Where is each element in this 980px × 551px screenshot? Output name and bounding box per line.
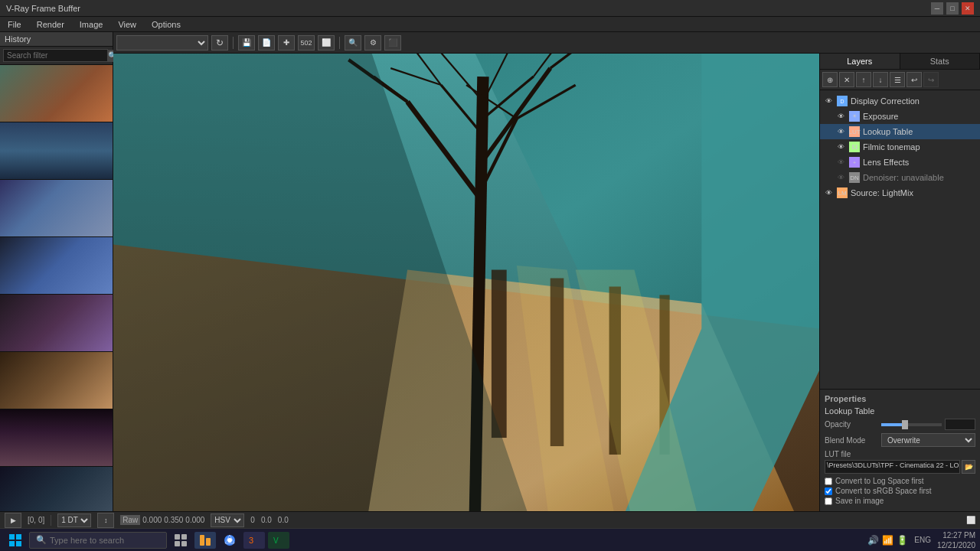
tab-stats[interactable]: Stats — [900, 54, 981, 69]
thumbnail-4[interactable] — [0, 237, 113, 295]
opacity-label: Opacity — [825, 420, 878, 429]
add-layer-button[interactable]: ⊕ — [822, 72, 838, 87]
layer-denoiser[interactable]: 👁 DN Denoiser: unavailable — [820, 170, 980, 185]
tab-layers[interactable]: Layers — [820, 54, 900, 69]
thumbnail-8[interactable] — [0, 467, 113, 511]
opacity-slider-container: 0.395 — [881, 419, 975, 430]
app-window: V-Ray Frame Buffer ─ □ ✕ File Render Ima… — [0, 0, 980, 551]
tray-network-icon: 🔊 — [867, 535, 879, 546]
region-button[interactable]: ⬜ — [318, 35, 335, 51]
svg-rect-36 — [200, 535, 204, 546]
maximize-button[interactable]: □ — [946, 2, 959, 15]
taskbar-app-explorer[interactable] — [194, 532, 216, 549]
v-value: 0.0 — [278, 516, 289, 524]
eye-icon[interactable]: 👁 — [835, 111, 846, 122]
thumbnail-2[interactable] — [0, 122, 113, 180]
coords-label: [0, 0] — [28, 516, 44, 524]
taskbar-app-3dsmax[interactable]: 3 — [243, 532, 265, 549]
exposure-button[interactable]: 502 — [298, 35, 315, 51]
close-button[interactable]: ✕ — [962, 2, 974, 15]
layer-item-icon: + — [849, 157, 860, 168]
layer-source-lightmix[interactable]: 👁 LM Source: LightMix — [820, 185, 980, 201]
move-up-button[interactable]: ↑ — [856, 72, 871, 87]
tool-btn-2[interactable]: ⚙ — [364, 35, 381, 51]
remove-layer-button[interactable]: ✕ — [839, 72, 854, 87]
opacity-slider[interactable] — [881, 423, 942, 426]
log-space-checkbox[interactable] — [825, 478, 832, 485]
thumbnail-3[interactable] — [0, 180, 113, 237]
tool-btn-3[interactable]: ⬛ — [384, 35, 401, 51]
move-down-button[interactable]: ↓ — [873, 72, 888, 87]
layer-filmic-tonemap[interactable]: 👁 🎞 Filmic tonemap — [820, 139, 980, 155]
minimize-button[interactable]: ─ — [931, 2, 943, 15]
windows-start-button[interactable] — [5, 532, 26, 549]
thumbnail-7[interactable] — [0, 409, 113, 467]
layer-item-icon: LM — [837, 187, 848, 198]
taskbar-app-vray[interactable]: V — [268, 532, 289, 549]
tray-icons: 🔊 📶 🔋 — [867, 535, 908, 546]
taskbar-app-chrome[interactable] — [219, 532, 240, 549]
save-image-checkbox[interactable] — [825, 497, 832, 505]
eye-icon[interactable]: 👁 — [823, 96, 834, 106]
list-view-button[interactable]: ☰ — [890, 72, 905, 87]
task-view-button[interactable] — [170, 532, 191, 549]
properties-panel: Properties Lookup Table Opacity 0.395 — [820, 389, 980, 511]
lut-browse-button[interactable]: 📂 — [962, 460, 975, 474]
thumbnail-6[interactable] — [0, 352, 113, 409]
svg-rect-4 — [492, 270, 507, 439]
search-bar: 🔍 ▼ — [0, 47, 113, 65]
menu-render[interactable]: Render — [32, 18, 69, 31]
save-alpha-button[interactable]: 📄 — [258, 35, 275, 51]
layer-label: Display Correction — [851, 96, 920, 106]
undo-button[interactable]: ↩ — [906, 72, 922, 87]
layer-lookup-table[interactable]: 👁 LUT Lookup Table — [820, 124, 980, 139]
search-input[interactable] — [3, 49, 108, 62]
properties-lookup-label: Lookup Table — [825, 406, 975, 416]
status-expand-btn[interactable]: ⬜ — [966, 516, 975, 524]
app-title: V-Ray Frame Buffer — [6, 4, 80, 13]
eye-icon-off[interactable]: 👁 — [835, 157, 846, 168]
history-thumbnails — [0, 65, 113, 511]
save-image-label: Save in image — [835, 497, 884, 505]
system-tray: 🔊 📶 🔋 ENG 12:27 PM 12/21/2020 — [867, 530, 975, 550]
blend-mode-label: Blend Mode — [825, 436, 878, 445]
menu-options[interactable]: Options — [147, 18, 185, 31]
status-btn-1[interactable]: ↕ — [97, 513, 114, 528]
log-space-label: Convert to Log Space first — [835, 477, 924, 485]
redo-button[interactable]: ↪ — [923, 72, 939, 87]
blend-mode-dropdown[interactable]: Overwrite Normal Multiply Screen — [881, 433, 975, 447]
svg-rect-34 — [175, 541, 180, 546]
pick-color-button[interactable]: ✚ — [278, 35, 295, 51]
taskbar-search-input[interactable] — [50, 536, 157, 545]
layer-display-correction[interactable]: 👁 D Display Correction — [820, 93, 980, 109]
layer-exposure[interactable]: 👁 ☀ Exposure — [820, 109, 980, 124]
eye-icon-off[interactable]: 👁 — [835, 172, 846, 183]
display-mode-dropdown[interactable]: 1 DT — [57, 514, 91, 527]
save-button[interactable]: 💾 — [238, 35, 255, 51]
menu-view[interactable]: View — [113, 18, 141, 31]
thumbnail-1[interactable] — [0, 65, 113, 122]
menu-file[interactable]: File — [3, 18, 26, 31]
blend-mode-row: Blend Mode Overwrite Normal Multiply Scr… — [825, 433, 975, 447]
svg-text:3: 3 — [249, 536, 253, 545]
srgb-space-checkbox[interactable] — [825, 487, 832, 495]
svg-point-39 — [227, 538, 232, 543]
opacity-thumb[interactable] — [902, 420, 908, 429]
refresh-button[interactable]: ↻ — [211, 35, 228, 51]
status-coords: [0, 0] — [28, 516, 44, 524]
opacity-value[interactable]: 0.395 — [945, 419, 975, 430]
layer-lens-effects[interactable]: 👁 + Lens Effects — [820, 155, 980, 170]
thumbnail-5[interactable] — [0, 295, 113, 352]
channel-dropdown[interactable] — [116, 35, 208, 51]
tool-btn-1[interactable]: 🔍 — [345, 35, 361, 51]
eye-icon[interactable]: 👁 — [835, 126, 846, 137]
render-viewport[interactable] — [113, 54, 819, 511]
color-mode-dropdown[interactable]: HSV RGB — [211, 514, 244, 527]
opacity-row: Opacity 0.395 — [825, 419, 975, 430]
eye-icon[interactable]: 👁 — [835, 142, 846, 152]
eye-icon[interactable]: 👁 — [823, 187, 834, 198]
menu-image[interactable]: Image — [75, 18, 108, 31]
svg-rect-33 — [181, 534, 187, 540]
status-render-button[interactable]: ▶ — [5, 513, 21, 528]
s-value: 0.0 — [261, 516, 272, 524]
